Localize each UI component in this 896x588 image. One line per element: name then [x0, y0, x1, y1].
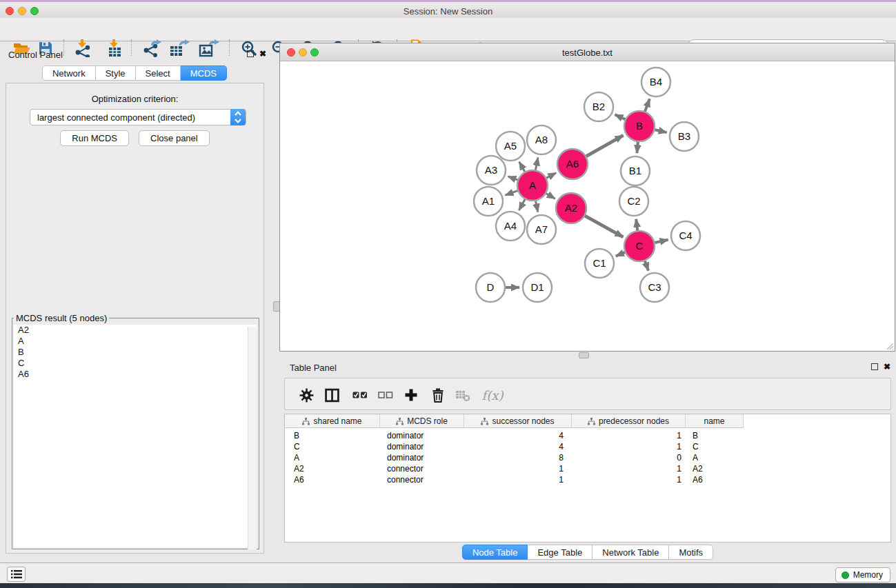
tab-node-table[interactable]: Node Table [462, 545, 528, 560]
graph-edge[interactable] [535, 158, 538, 171]
float-table-panel-icon[interactable] [871, 363, 878, 370]
table-cell: dominator [380, 452, 464, 463]
float-panel-icon[interactable] [247, 50, 254, 57]
network-view-window: testGlobe.txt AA1A2A3A4A5A6A7A8BB1B2B3B4… [279, 43, 895, 352]
mcds-result-item[interactable]: A [14, 336, 257, 347]
column-header-mcds-role[interactable]: MCDS role [380, 414, 464, 428]
column-settings-button[interactable] [296, 385, 317, 405]
mcds-result-item[interactable]: B [14, 347, 257, 358]
criterion-selected-value: largest connected component (directed) [37, 112, 195, 123]
run-mcds-button[interactable]: Run MCDS [60, 130, 129, 146]
column-header-successor-nodes[interactable]: successor nodes [464, 414, 572, 428]
graph-edge[interactable] [519, 162, 526, 172]
graph-edge[interactable] [586, 135, 623, 156]
mcds-result-item[interactable]: A2 [14, 325, 257, 336]
graph-node-label: D [487, 281, 495, 293]
tab-mcds[interactable]: MCDS [181, 65, 227, 81]
table-cell: A [686, 452, 744, 463]
tab-edge-table[interactable]: Edge Table [528, 545, 593, 560]
horizontal-splitter-handle[interactable] [579, 352, 589, 358]
mcds-result-item[interactable]: C [14, 358, 257, 369]
column-label: predecessor nodes [599, 416, 669, 426]
table-row[interactable]: Adominator80A [285, 452, 890, 463]
optimization-criterion-select[interactable]: largest connected component (directed) [30, 109, 246, 125]
graph-edge[interactable] [508, 176, 518, 180]
graph-node-label: C3 [648, 281, 661, 293]
deselect-all-button[interactable] [375, 385, 396, 405]
graph-edge[interactable] [546, 173, 556, 179]
graph-edge[interactable] [615, 114, 626, 119]
tab-network-table[interactable]: Network Table [593, 545, 669, 560]
table-cell: 1 [572, 463, 686, 474]
memory-status-dot [842, 571, 849, 579]
table-row[interactable]: A6connector11A6 [285, 474, 890, 485]
column-header-predecessor-nodes[interactable]: predecessor nodes [572, 414, 686, 428]
column-header-filler [744, 414, 890, 428]
hierarchy-icon [588, 418, 595, 425]
delete-table-icon [455, 389, 470, 402]
network-canvas-svg[interactable]: AA1A2A3A4A5A6A7A8BB1B2B3B4CC1C2C3C4DD1 [280, 61, 895, 351]
optimization-criterion-label: Optimization criterion: [6, 94, 263, 104]
node-table-body: Bdominator41BCdominator41CAdominator80AA… [285, 428, 890, 485]
column-header-shared-name[interactable]: shared name [285, 414, 380, 428]
column-label: name [704, 416, 724, 426]
graph-edge[interactable] [584, 216, 623, 237]
graph-node-label: A5 [504, 140, 517, 152]
add-row-button[interactable] [401, 385, 421, 405]
select-all-button[interactable] [350, 385, 370, 405]
graph-edge[interactable] [636, 219, 637, 231]
tab-select[interactable]: Select [136, 65, 181, 81]
list-icon [11, 569, 22, 579]
graph-edge[interactable] [616, 252, 626, 256]
close-table-panel-icon[interactable]: ✖ [884, 362, 890, 372]
function-builder-button[interactable]: f(x) [479, 385, 506, 405]
graph-node-label: A8 [535, 134, 548, 145]
table-row[interactable]: Cdominator41C [285, 441, 890, 452]
memory-button[interactable]: Memory [835, 567, 890, 582]
table-cell: C [285, 441, 380, 452]
table-cell: 4 [464, 430, 572, 441]
close-panel-icon[interactable]: ✖ [259, 49, 266, 59]
delete-table-button[interactable] [452, 385, 473, 405]
table-cell: 1 [464, 463, 572, 474]
graph-edge[interactable] [637, 141, 638, 153]
graph-edge[interactable] [519, 199, 525, 210]
tab-style[interactable]: Style [96, 65, 136, 81]
mcds-result-item[interactable]: A6 [14, 369, 257, 380]
tab-motifs[interactable]: Motifs [669, 545, 713, 560]
fx-icon: f(x) [482, 388, 504, 403]
graph-node-label: B [636, 120, 643, 132]
graph-node-label: B3 [678, 130, 690, 142]
graph-edge[interactable] [546, 193, 555, 199]
show-columns-button[interactable] [321, 385, 342, 405]
table-row[interactable]: A2connector11A2 [285, 463, 890, 474]
table-cell: A6 [285, 474, 380, 485]
table-row[interactable]: Bdominator41B [285, 430, 890, 441]
column-header-name[interactable]: name [686, 414, 744, 428]
table-panel-header: Table Panel ✖ [279, 361, 896, 378]
table-cell: connector [380, 463, 464, 474]
window-resize-grip[interactable] [884, 341, 894, 350]
table-cell: A2 [686, 463, 744, 474]
column-label: MCDS role [407, 416, 448, 426]
graph-edge[interactable] [645, 99, 650, 112]
hierarchy-icon [302, 418, 310, 425]
show-task-history-button[interactable] [7, 567, 26, 582]
table-cell: dominator [380, 430, 464, 441]
table-cell: connector [380, 474, 464, 485]
graph-edge[interactable] [645, 261, 648, 271]
graph-edge[interactable] [654, 240, 668, 243]
mcds-result-box: MCDS result (5 nodes) A2ABCA6 [12, 313, 259, 549]
table-cell: A6 [686, 474, 744, 485]
mcds-list-scrollbar[interactable] [248, 327, 257, 549]
delete-row-button[interactable] [428, 385, 448, 405]
graph-node-label: D1 [530, 281, 544, 293]
graph-edge[interactable] [505, 190, 518, 195]
table-cell: B [285, 430, 380, 441]
graph-edge[interactable] [654, 130, 666, 132]
tab-network[interactable]: Network [42, 65, 96, 81]
graph-edge[interactable] [535, 201, 537, 212]
trash-icon [431, 388, 445, 403]
table-cell: 1 [572, 441, 686, 452]
close-panel-button[interactable]: Close panel [139, 130, 210, 146]
